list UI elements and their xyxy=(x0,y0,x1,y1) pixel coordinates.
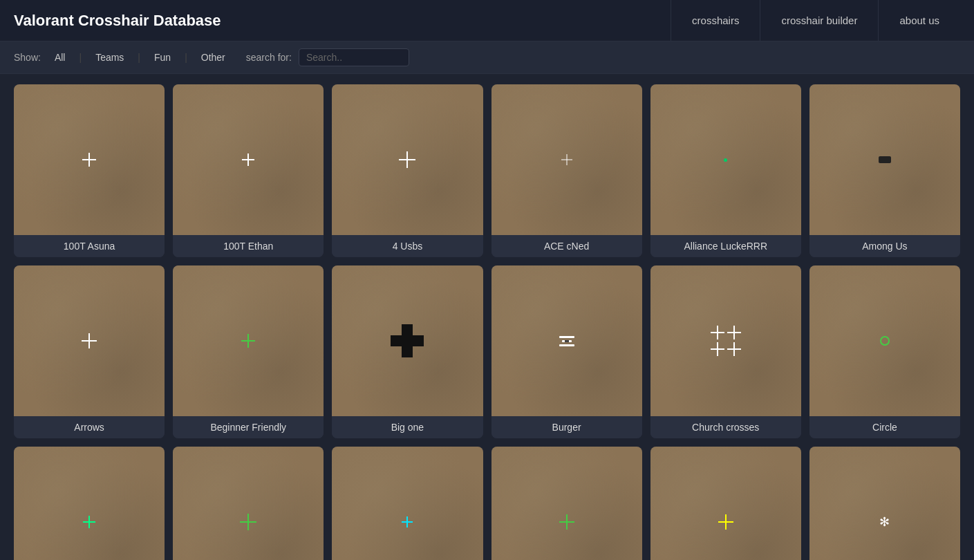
card-100t-asuna[interactable]: 100T Asuna xyxy=(14,84,165,257)
card-label: 100T Asuna xyxy=(14,235,165,257)
nav-crosshairs[interactable]: crosshairs xyxy=(671,0,760,41)
card-image xyxy=(173,265,324,416)
filter-bar: Show: All | Teams | Fun | Other search f… xyxy=(0,41,974,74)
card-image xyxy=(14,447,165,560)
card-image xyxy=(332,265,483,416)
crosshair-icon xyxy=(561,154,572,165)
show-label: Show: xyxy=(14,52,41,63)
card-among-us[interactable]: Among Us xyxy=(809,84,960,257)
card-image xyxy=(491,447,642,560)
nav: crosshairs crosshair builder about us xyxy=(671,0,960,41)
nav-crosshair-builder[interactable]: crosshair builder xyxy=(760,0,878,41)
card-image xyxy=(491,84,642,235)
card-image: ✻ xyxy=(809,447,960,560)
card-image xyxy=(173,447,324,560)
crosshair-icon xyxy=(242,153,254,166)
card-image xyxy=(173,84,324,235)
crosshair-icon xyxy=(83,516,95,528)
card-image xyxy=(809,84,960,235)
search-input[interactable] xyxy=(299,48,409,66)
crosshair-icon xyxy=(724,158,727,162)
card-image xyxy=(650,84,801,235)
card-image xyxy=(650,265,801,416)
crosshair-icon xyxy=(240,514,256,530)
card-burger[interactable]: Burger xyxy=(491,265,642,438)
filter-other[interactable]: Other xyxy=(194,49,232,66)
crosshair-icon xyxy=(879,156,891,163)
card-daisy[interactable]: ✻ Daisy xyxy=(809,447,960,560)
card-label: Alliance LuckeRRR xyxy=(650,235,801,257)
crosshair-icon: ✻ xyxy=(879,516,890,528)
crosshair-icon xyxy=(880,336,890,346)
card-drx-stax[interactable]: DRX stax xyxy=(650,447,801,560)
crosshair-icon xyxy=(402,516,413,528)
card-4-usbs[interactable]: 4 Usbs xyxy=(332,84,483,257)
crosshair-icon xyxy=(391,324,424,357)
card-image xyxy=(809,265,960,416)
card-beginner-friendly[interactable]: Beginner Friendly xyxy=(173,265,324,438)
filter-all[interactable]: All xyxy=(48,49,73,66)
card-label: Arrows xyxy=(14,416,165,438)
card-drx-rb[interactable]: DRX Rb xyxy=(332,447,483,560)
card-ace-cned[interactable]: ACE cNed xyxy=(491,84,642,257)
card-label: 100T Ethan xyxy=(173,235,324,257)
card-image xyxy=(332,447,483,560)
crosshair-icon xyxy=(82,153,96,167)
crosshair-icon xyxy=(711,326,741,356)
card-image xyxy=(14,265,165,416)
card-label: Big one xyxy=(332,416,483,438)
filter-fun[interactable]: Fun xyxy=(147,49,178,66)
site-title: Valorant Crosshair Database xyxy=(14,12,671,30)
card-grid: 100T Asuna 100T Ethan 4 Usbs ACE cNed Al… xyxy=(0,74,974,560)
card-circle[interactable]: Circle xyxy=(809,265,960,438)
card-arrows[interactable]: Arrows xyxy=(14,265,165,438)
card-image xyxy=(650,447,801,560)
crosshair-icon xyxy=(82,333,97,348)
nav-about-us[interactable]: about us xyxy=(878,0,960,41)
card-drx-buzz[interactable]: DRX BuZz xyxy=(14,447,165,560)
card-label: 4 Usbs xyxy=(332,235,483,257)
crosshair-icon xyxy=(559,336,574,346)
card-big-one[interactable]: Big one xyxy=(332,265,483,438)
card-church-crosses[interactable]: Church crosses xyxy=(650,265,801,438)
card-label: ACE cNed xyxy=(491,235,642,257)
search-label: search for: xyxy=(246,52,292,63)
card-image xyxy=(491,265,642,416)
card-label: Circle xyxy=(809,416,960,438)
card-label: Among Us xyxy=(809,235,960,257)
filter-teams[interactable]: Teams xyxy=(88,49,131,66)
card-alliance-luckerrr[interactable]: Alliance LuckeRRR xyxy=(650,84,801,257)
card-label: Burger xyxy=(491,416,642,438)
card-label: Church crosses xyxy=(650,416,801,438)
card-label: Beginner Friendly xyxy=(173,416,324,438)
crosshair-icon xyxy=(559,514,574,530)
card-image xyxy=(332,84,483,235)
crosshair-icon xyxy=(718,514,733,530)
card-drx-zest[interactable]: DRX Zest xyxy=(491,447,642,560)
crosshair-icon xyxy=(399,151,415,168)
header: Valorant Crosshair Database crosshairs c… xyxy=(0,0,974,41)
card-100t-ethan[interactable]: 100T Ethan xyxy=(173,84,324,257)
card-image xyxy=(14,84,165,235)
card-drx-mako[interactable]: DRX MaKo xyxy=(173,447,324,560)
crosshair-icon xyxy=(241,334,255,348)
